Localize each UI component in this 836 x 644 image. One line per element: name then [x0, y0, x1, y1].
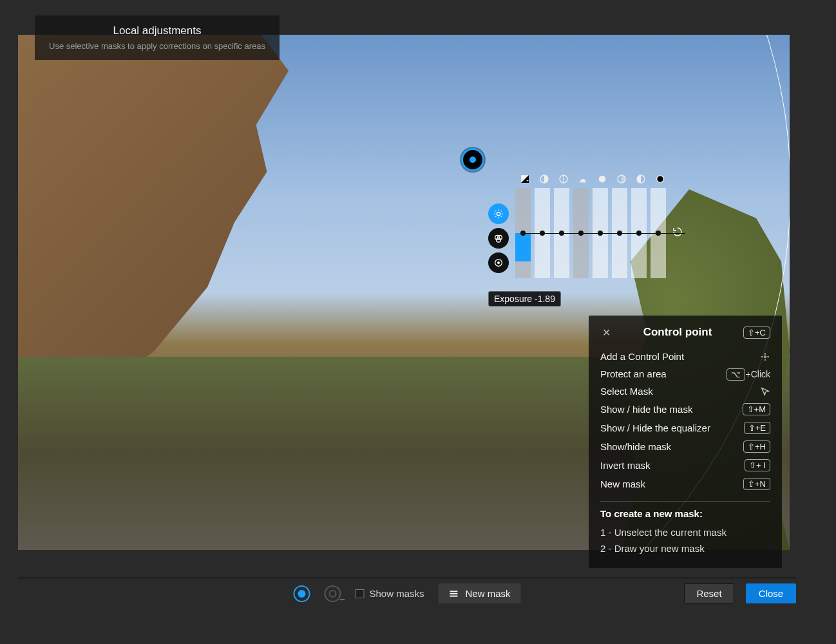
help-row-0: Add a Control Point: [600, 348, 770, 365]
shortcut-badge: ⇧+N: [743, 478, 770, 490]
svg-rect-17: [450, 593, 458, 594]
help-row-label: New mask: [600, 478, 645, 489]
svg-point-5: [498, 262, 500, 264]
close-icon[interactable]: ✕: [600, 327, 612, 338]
close-button[interactable]: Close: [746, 583, 796, 603]
micro-contrast-icon: [558, 174, 569, 184]
mask-tool-control-point[interactable]: [293, 585, 310, 602]
help-row-label: Add a Control Point: [600, 351, 684, 362]
reset-button[interactable]: Reset: [684, 583, 734, 603]
svg-point-11: [599, 176, 606, 183]
eq-tab-light[interactable]: [488, 204, 509, 224]
help-row-label: Show/hide mask: [600, 441, 671, 452]
shortcut-badge: ⇧+ I: [745, 459, 770, 471]
svg-rect-18: [450, 595, 458, 596]
svg-point-8: [563, 176, 564, 178]
svg-point-0: [497, 212, 500, 215]
hint-subtitle: Use selective masks to apply corrections…: [49, 41, 265, 51]
shortcut-text: ⌥+Click: [727, 369, 770, 379]
highlights-icon: [597, 174, 607, 184]
equalizer-reset-icon[interactable]: [672, 227, 684, 238]
svg-point-9: [563, 178, 564, 180]
bottom-toolbar: − Show masks New mask Reset Close: [18, 578, 796, 609]
equalizer-value-tooltip: Exposure -1.89: [488, 291, 561, 307]
shortcut-badge: ⇧+E: [744, 422, 770, 434]
eq-tab-color[interactable]: [488, 228, 509, 249]
control-point-help-panel: ✕ Control point ⇧+C Add a Control PointP…: [589, 316, 782, 568]
help-step-2: 2 - Draw your new mask: [600, 540, 770, 556]
help-row-label: Select Mask: [600, 386, 653, 397]
shortcut-badge: ⇧+H: [743, 440, 770, 453]
show-masks-checkbox[interactable]: Show masks: [355, 588, 424, 599]
help-title: Control point: [612, 326, 743, 339]
divider: [600, 501, 770, 502]
target-icon: [760, 352, 770, 362]
help-row-6: Invert mask⇧+ I: [600, 456, 770, 475]
show-masks-label: Show masks: [369, 588, 424, 599]
scene-rock: [18, 35, 289, 395]
shortcut-badge: ⇧+M: [743, 403, 770, 415]
help-row-4: Show / Hide the equalizer⇧+E: [600, 419, 770, 437]
help-row-1: Protect an area⌥+Click: [600, 365, 770, 383]
equalizer-panel: [488, 174, 666, 278]
equalizer-category-tabs: [488, 204, 509, 273]
new-mask-label: New mask: [466, 588, 511, 599]
help-row-7: New mask⇧+N: [600, 475, 770, 493]
help-row-label: Show / hide the mask: [600, 404, 692, 415]
mask-tool-control-point-minus[interactable]: −: [324, 585, 341, 602]
svg-point-10: [563, 180, 564, 182]
help-row-3: Show / hide the mask⇧+M: [600, 400, 770, 419]
hint-tooltip: Local adjustments Use selective masks to…: [35, 15, 280, 60]
control-point-marker[interactable]: [461, 148, 484, 171]
equalizer-connect-line: [523, 233, 685, 234]
help-row-2: Select Mask: [600, 383, 770, 400]
help-row-label: Show / Hide the equalizer: [600, 422, 710, 433]
clearview-icon: [578, 174, 588, 184]
help-row-label: Invert mask: [600, 460, 651, 471]
help-row-5: Show/hide mask⇧+H: [600, 437, 770, 456]
hint-title: Local adjustments: [49, 24, 265, 37]
help-step-1: 1 - Unselect the current mask: [600, 524, 770, 540]
equalizer-sliders: [515, 188, 666, 278]
svg-point-15: [765, 355, 766, 357]
shadows-icon: [636, 174, 646, 184]
help-row-label: Protect an area: [600, 368, 667, 379]
exposure-icon: [520, 174, 530, 184]
equalizer-column-icons: [515, 174, 666, 184]
contrast-icon: [539, 174, 549, 184]
svg-point-3: [497, 238, 501, 242]
svg-rect-16: [450, 591, 458, 592]
new-mask-button[interactable]: New mask: [439, 583, 521, 603]
cursor-icon: [760, 386, 770, 397]
midtones-icon: [616, 174, 627, 184]
eq-tab-detail[interactable]: [488, 252, 509, 273]
blacks-icon: [655, 174, 665, 184]
help-title-shortcut: ⇧+C: [743, 327, 770, 339]
svg-point-14: [657, 176, 664, 183]
help-create-heading: To create a new mask:: [600, 508, 770, 519]
